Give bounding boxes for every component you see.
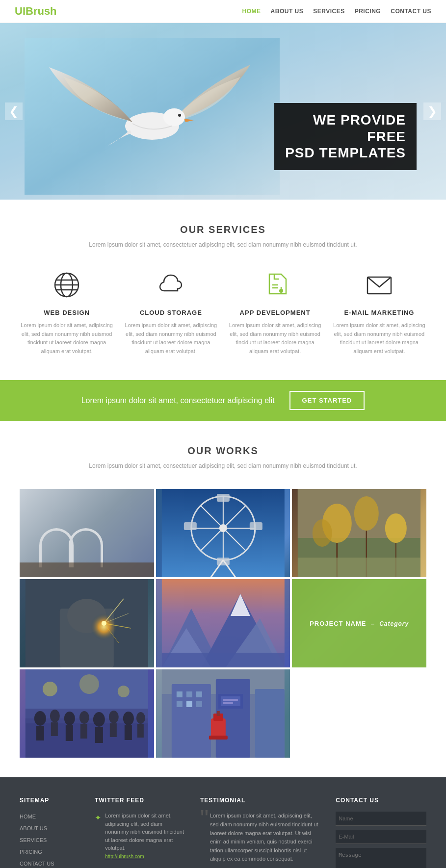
works-grid: PROJECT NAME – Category xyxy=(20,489,426,758)
services-section: OUR SERVICES Lorem ipsum dolor sit amet,… xyxy=(0,200,446,380)
services-title: OUR SERVICES xyxy=(20,224,426,235)
svg-rect-80 xyxy=(196,691,202,697)
web-design-title: WEB DESIGN xyxy=(20,309,114,316)
svg-rect-87 xyxy=(209,736,227,740)
hero-bird-image xyxy=(25,38,280,195)
work-item-5[interactable] xyxy=(156,579,290,667)
work-item-4[interactable] xyxy=(20,579,154,667)
service-cloud-storage: CLOUD STORAGE Lorem ipsum dolor sit amet… xyxy=(124,268,218,356)
svg-point-71 xyxy=(79,674,99,694)
svg-point-30 xyxy=(313,519,332,547)
work-photo-4 xyxy=(20,579,154,667)
cloud-storage-desc: Lorem ipsum dolor sit amet, adipiscing e… xyxy=(124,321,218,356)
svg-point-9 xyxy=(279,289,283,293)
work-photo-3 xyxy=(292,489,426,577)
sitemap-link-contact[interactable]: CONTACT US xyxy=(20,859,80,868)
svg-rect-83 xyxy=(196,701,202,707)
service-web-design: WEB DESIGN Lorem ipsum dolor sit amet, a… xyxy=(20,268,114,356)
svg-rect-77 xyxy=(255,689,284,758)
twitter-item-1: ✦ Lorem ipsum dolor sit amet, adipiscing… xyxy=(95,812,185,860)
sitemap-link-about[interactable]: ABOUT US xyxy=(20,823,80,832)
work-photo-5 xyxy=(156,579,290,667)
svg-point-68 xyxy=(136,712,145,724)
svg-point-58 xyxy=(64,712,75,725)
service-app-dev: APP DEVELOPMENT Lorem ipsum dolor sit am… xyxy=(228,268,322,356)
work-item-3[interactable] xyxy=(292,489,426,577)
nav-home[interactable]: HOME xyxy=(242,8,261,15)
svg-point-54 xyxy=(34,711,46,726)
get-started-button[interactable]: GET STARTED xyxy=(289,391,365,410)
site-footer: SITEMAP HOME ABOUT US SERVICES PRICING C… xyxy=(0,777,446,868)
cta-banner: Lorem ipsum dolor sit amet, consectetuer… xyxy=(0,380,446,421)
site-header: UIBrush HOME ABOUT US SERVICES PRICING C… xyxy=(0,0,446,23)
svg-rect-79 xyxy=(186,691,192,697)
work-item-8[interactable] xyxy=(156,669,290,758)
email-marketing-desc: Lorem ipsum dolor sit amet, adipiscing e… xyxy=(332,321,426,356)
svg-rect-90 xyxy=(223,699,237,701)
sitemap-link-home[interactable]: HOME xyxy=(20,812,80,820)
svg-point-62 xyxy=(93,712,105,727)
footer-grid: SITEMAP HOME ABOUT US SERVICES PRICING C… xyxy=(20,797,426,868)
svg-rect-69 xyxy=(137,724,144,738)
footer-testimonial: TESTIMONIAL " Lorem ipsum dolor sit amet… xyxy=(200,797,321,868)
svg-point-66 xyxy=(123,712,134,725)
svg-rect-84 xyxy=(210,718,225,738)
hero-next-button[interactable]: ❯ xyxy=(423,102,441,120)
footer-sitemap: SITEMAP HOME ABOUT US SERVICES PRICING C… xyxy=(20,797,80,868)
svg-rect-78 xyxy=(176,691,182,697)
svg-rect-89 xyxy=(220,696,240,706)
testimonial-quote: " Lorem ipsum dolor sit amet, adipiscing… xyxy=(200,812,321,864)
nav-contact[interactable]: CONTACT US xyxy=(391,8,431,15)
svg-rect-57 xyxy=(51,722,58,736)
footer-contact-form: CONTACT US SEND xyxy=(336,797,426,868)
twitter-dot-1: ✦ xyxy=(95,812,101,860)
sitemap-link-services[interactable]: SERVICES xyxy=(20,835,80,844)
work-item-6[interactable]: PROJECT NAME – Category xyxy=(292,579,426,667)
svg-rect-65 xyxy=(110,723,117,737)
svg-rect-34 xyxy=(298,558,420,577)
svg-rect-21 xyxy=(216,558,229,565)
work-item-7[interactable] xyxy=(20,669,154,758)
svg-rect-81 xyxy=(176,701,182,707)
works-title: OUR WORKS xyxy=(20,445,426,457)
main-nav: HOME ABOUT US SERVICES PRICING CONTACT U… xyxy=(242,8,431,15)
nav-pricing[interactable]: PRICING xyxy=(355,8,381,15)
hero-text-box: WE PROVIDE FREE PSD TEMPLATES xyxy=(274,103,417,170)
services-grid: WEB DESIGN Lorem ipsum dolor sit amet, a… xyxy=(20,268,426,356)
svg-rect-55 xyxy=(36,726,44,740)
contact-name-input[interactable] xyxy=(336,812,426,826)
work-photo-2 xyxy=(156,489,290,577)
work-item-2[interactable] xyxy=(156,489,290,577)
svg-rect-91 xyxy=(223,702,233,704)
svg-rect-86 xyxy=(216,711,219,716)
works-section: OUR WORKS Lorem ipsum dolor sit amet, co… xyxy=(0,421,446,777)
services-subtitle: Lorem ipsum dolor sit amet, consectetuer… xyxy=(20,241,426,248)
site-logo[interactable]: UIBrush xyxy=(15,5,57,18)
service-email-marketing: E-MAIL MARKETING Lorem ipsum dolor sit a… xyxy=(332,268,426,356)
work-photo-8 xyxy=(156,669,290,758)
cloud-icon xyxy=(154,268,188,302)
email-marketing-title: E-MAIL MARKETING xyxy=(332,309,426,316)
work-item-1[interactable] xyxy=(20,489,154,577)
sitemap-link-pricing[interactable]: PRICING xyxy=(20,847,80,856)
work-overlay: PROJECT NAME – Category xyxy=(292,579,426,667)
cloud-storage-title: CLOUD STORAGE xyxy=(124,309,218,316)
footer-twitter: TWITTER FEED ✦ Lorem ipsum dolor sit ame… xyxy=(95,797,185,868)
svg-point-70 xyxy=(43,682,57,696)
nav-about[interactable]: ABOUT US xyxy=(271,8,304,15)
app-dev-desc: Lorem ipsum dolor sit amet, adipiscing e… xyxy=(228,321,322,356)
logo-highlight: UI xyxy=(15,5,26,17)
svg-rect-82 xyxy=(186,701,192,707)
overlay-category: Category xyxy=(379,620,409,627)
svg-rect-50 xyxy=(161,653,284,667)
twitter-link-1[interactable]: http://uibrush.com xyxy=(105,854,144,859)
nav-services[interactable]: SERVICES xyxy=(313,8,344,15)
tag-icon xyxy=(258,268,292,302)
contact-email-input[interactable] xyxy=(336,830,426,844)
hero-prev-button[interactable]: ❮ xyxy=(5,102,23,120)
svg-rect-67 xyxy=(125,725,132,740)
svg-point-60 xyxy=(79,711,89,724)
contact-message-input[interactable] xyxy=(336,848,426,868)
svg-rect-63 xyxy=(95,727,103,743)
hero-headline: WE PROVIDE FREE PSD TEMPLATES xyxy=(285,112,406,161)
